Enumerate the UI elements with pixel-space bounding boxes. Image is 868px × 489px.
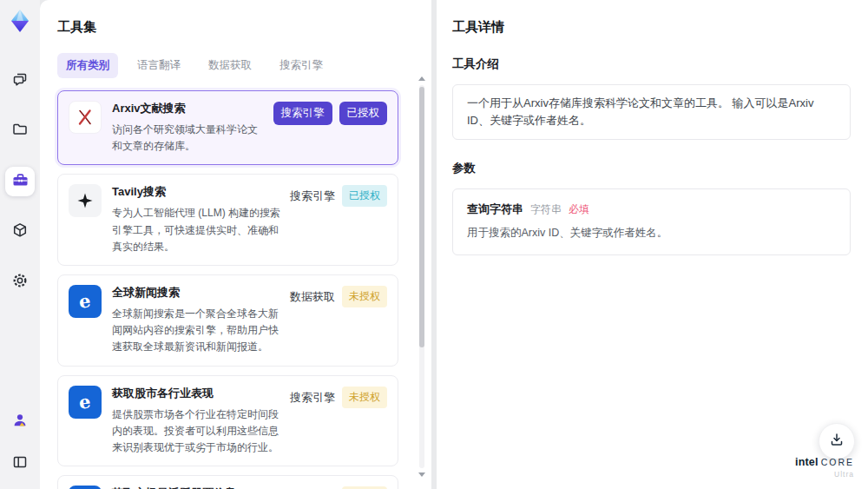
chat-icon [11,70,29,91]
scrollbar-thumb[interactable] [419,87,424,347]
auth-status-badge[interactable]: 已授权 [339,102,388,125]
tool-description: 专为人工智能代理 (LLM) 构建的搜索引擎工具，可快速提供实时、准确和真实的结… [112,205,281,255]
sidebar-item-account[interactable] [5,407,35,437]
param-type: 字符串 [530,202,562,217]
sidebar-item-panel-toggle[interactable] [5,449,35,479]
brand-sub-text: Ultra [795,471,854,479]
sidebar-item-tools[interactable] [5,167,35,196]
param-required-flag: 必填 [569,202,589,217]
folder-icon [11,121,29,142]
toolbox-icon [11,171,30,193]
tool-name: Tavily搜索 [112,184,281,200]
auth-status-badge: 未授权 [342,387,387,408]
intro-heading: 工具介绍 [452,56,851,72]
tool-card-sector-performance[interactable]: e 获取股市各行业表现 提供股票市场各个行业在特定时间段内的表现。投资者可以利用… [57,375,398,467]
sidebar-item-chat[interactable] [5,66,35,96]
param-name: 查询字符串 [467,202,523,217]
auth-status-badge: 已授权 [342,185,387,207]
tool-description: 全球新闻搜索是一个聚合全球各大新闻网站内容的搜索引擎，帮助用户快速获取全球最新资… [112,306,281,356]
param-description: 用于搜索的Arxiv ID、关键字或作者姓名。 [467,226,836,241]
brand-intel-text: intel [795,457,819,469]
tool-description: 访问各个研究领域大量科学论文和文章的存储库。 [112,122,265,155]
sidebar-item-packages[interactable] [5,217,35,247]
news-logo-icon: e [69,486,102,489]
download-button[interactable] [819,423,855,459]
tool-description: 提供股票市场各个行业在特定时间段内的表现。投资者可以利用这些信息来识别表现优于或… [112,406,281,457]
arxiv-logo-icon [69,101,102,134]
tool-list: Arxiv文献搜索 访问各个研究领域大量科学论文和文章的存储库。 搜索引擎 已授… [57,90,411,489]
sidebar-item-settings[interactable] [5,268,35,297]
scrollbar-up-arrow-icon[interactable] [418,76,425,81]
news-logo-icon: e [69,386,102,419]
page-title: 工具集 [57,19,411,36]
tool-name: 获取市场最活跃股票信息 [112,486,281,489]
brand-core-text: CORE [821,458,854,468]
app-logo-gem-icon [9,9,31,36]
settings-gear-icon [11,272,29,293]
tools-panel: 工具集 所有类别 语言翻译 数据获取 搜索引擎 Arxiv文献搜索 访问各个研究… [40,0,431,489]
package-icon [11,221,29,242]
category-tag[interactable]: 搜索引擎 [273,102,332,125]
user-icon [11,412,29,433]
category-tabs: 所有类别 语言翻译 数据获取 搜索引擎 [57,53,411,78]
tab-all-categories[interactable]: 所有类别 [57,53,118,78]
category-tag: 搜索引擎 [290,387,335,409]
tool-card-global-news[interactable]: e 全球新闻搜索 全球新闻搜索是一个聚合全球各大新闻网站内容的搜索引擎，帮助用户… [57,274,398,367]
scrollbar-down-arrow-icon[interactable] [418,472,425,477]
tab-language-translation[interactable]: 语言翻译 [128,53,189,78]
tab-data-acquisition[interactable]: 数据获取 [200,53,260,78]
tool-details-panel: 工具详情 工具介绍 一个用于从Arxiv存储库搜索科学论文和文章的工具。 输入可… [437,0,868,489]
panel-toggle-icon [11,453,29,474]
tool-card-arxiv[interactable]: Arxiv文献搜索 访问各个研究领域大量科学论文和文章的存储库。 搜索引擎 已授… [57,90,398,165]
sidebar-item-files[interactable] [5,116,35,146]
news-logo-icon: e [69,285,102,318]
tavily-star-icon [69,184,102,217]
tool-name: 全球新闻搜索 [112,285,281,301]
params-heading: 参数 [452,161,851,176]
category-tag: 搜索引擎 [290,185,335,208]
tool-name: Arxiv文献搜索 [112,101,265,116]
list-scrollbar[interactable] [418,76,425,477]
auth-status-badge: 未授权 [342,286,387,307]
parameter-card: 查询字符串 字符串 必填 用于搜索的Arxiv ID、关键字或作者姓名。 [452,188,851,255]
download-icon [829,432,845,451]
details-title: 工具详情 [452,19,851,36]
sidebar-rail [0,0,40,489]
tool-name: 获取股市各行业表现 [112,386,281,401]
tab-search-engine[interactable]: 搜索引擎 [271,53,332,78]
tool-card-most-active-stocks[interactable]: e 获取市场最活跃股票信息 提供当天交易量最高的股票列表，投资者可以利用这些信息… [57,475,398,489]
category-tag: 数据获取 [290,286,335,308]
intel-core-logo: intel CORE Ultra [795,457,854,479]
tool-card-tavily[interactable]: Tavily搜索 专为人工智能代理 (LLM) 构建的搜索引擎工具，可快速提供实… [57,174,398,266]
tool-intro-text: 一个用于从Arxiv存储库搜索科学论文和文章的工具。 输入可以是Arxiv ID… [452,84,851,140]
